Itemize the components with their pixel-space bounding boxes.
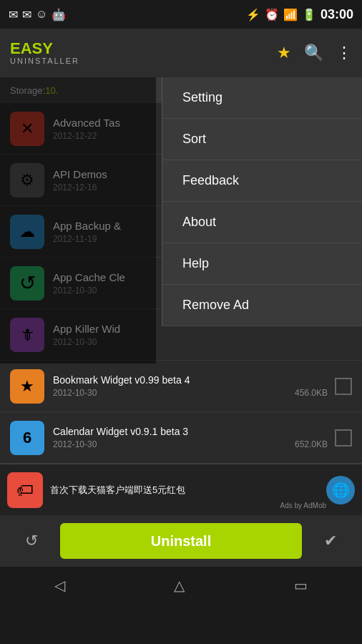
menu-item-remove-ad[interactable]: Remove Ad [162,285,362,326]
menu-item-sort-label: Sort [182,132,206,146]
app-size: 652.0KB [295,439,328,449]
menu-item-remove-ad-label: Remove Ad [182,298,249,312]
app-info-full: Calendar Widget v0.9.1 beta 3 2012-10-30… [53,426,328,449]
app-header: EASY UNINSTALLER ★ 🔍 ⋮ [0,29,362,77]
app-icon-calendar: 6 [10,421,44,455]
app-name: Bookmark Widget v0.99 beta 4 [53,374,328,386]
bluetooth-icon: ⚡ [246,8,260,21]
app-date: 2012-10-30 [53,388,97,398]
ad-text: 首次下载天猫客户端即送5元红包 [50,484,326,497]
recent-apps-button[interactable]: ▭ [294,577,308,594]
menu-item-help[interactable]: Help [162,243,362,285]
refresh-button[interactable]: ↺ [10,523,53,559]
status-right-icons: ⚡ ⏰ 📶 🔋 03:00 [246,7,353,22]
uninstall-label: Uninstall [151,533,211,550]
status-bar: ✉ ✉ ☺ 🤖 ⚡ ⏰ 📶 🔋 03:00 [0,0,362,29]
home-button[interactable]: △ [174,577,185,594]
app-checkbox[interactable] [335,429,352,447]
app-meta: 2012-10-30 652.0KB [53,439,328,449]
ad-app-icon: 🏷 [7,472,43,508]
app-name: Calendar Widget v0.9.1 beta 3 [53,426,328,437]
alarm-icon: ⏰ [265,8,279,21]
ad-world-icon[interactable]: 🌐 [326,476,355,504]
menu-item-sort[interactable]: Sort [162,119,362,160]
ad-banner[interactable]: 🏷 首次下载天猫客户端即送5元红包 🌐 Ads by AdMob [0,464,362,515]
uninstall-button[interactable]: Uninstall [60,523,302,559]
menu-item-setting[interactable]: Setting [162,77,362,119]
back-button[interactable]: ◁ [54,577,65,594]
app-date: 2012-10-30 [53,439,97,449]
signal-icon: 📶 [283,8,298,21]
menu-item-feedback[interactable]: Feedback [162,160,362,202]
gmail-icon-2: ✉ [22,8,31,21]
app-title-block: EASY UNINSTALLER [10,41,79,65]
menu-item-about-label: About [182,215,216,229]
menu-item-about[interactable]: About [162,202,362,243]
app-icon-1: ☺ [36,8,47,21]
refresh-icon: ↺ [25,532,38,550]
app-checkbox[interactable] [335,378,352,395]
app-info-full: Bookmark Widget v0.99 beta 4 2012-10-30 … [53,374,328,398]
menu-item-setting-label: Setting [182,90,222,104]
nav-bar: ◁ △ ▭ [0,567,362,604]
app-title-easy: EASY [10,41,79,57]
app-icon-bookmark: ★ [10,369,44,404]
battery-icon: 🔋 [302,8,316,21]
menu-item-help-label: Help [182,256,209,270]
more-options-icon[interactable]: ⋮ [336,44,352,62]
check-button[interactable]: ✔ [309,523,352,559]
app-size: 456.0KB [295,388,328,398]
list-item[interactable]: ★ Bookmark Widget v0.99 beta 4 2012-10-3… [0,361,362,412]
star-icon[interactable]: ★ [277,44,291,62]
android-icon: 🤖 [52,8,66,21]
ad-meta: Ads by AdMob [280,502,326,509]
search-icon[interactable]: 🔍 [304,44,323,62]
app-meta: 2012-10-30 456.0KB [53,388,328,398]
status-left-icons: ✉ ✉ ☺ 🤖 [9,8,66,21]
list-item[interactable]: 6 Calendar Widget v0.9.1 beta 3 2012-10-… [0,412,362,464]
dim-overlay [0,77,156,364]
bottom-bar: ↺ Uninstall ✔ [0,515,362,567]
header-actions: ★ 🔍 ⋮ [277,44,352,62]
menu-item-feedback-label: Feedback [182,173,239,187]
gmail-icon-1: ✉ [9,8,18,21]
status-time: 03:00 [321,7,353,22]
app-title-sub: UNINSTALLER [10,57,79,65]
dropdown-menu: Setting Sort Feedback About Help Remove … [162,77,362,326]
check-icon: ✔ [324,532,337,550]
